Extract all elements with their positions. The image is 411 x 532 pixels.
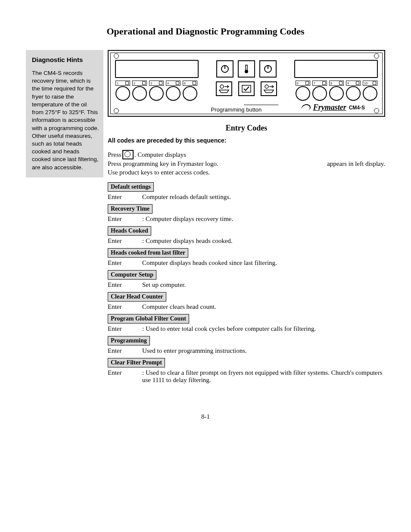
model-label: CM4-S [349,105,365,111]
sidebar-body: The CM4-S records recovery time, which i… [32,69,99,171]
code-section: Clear Head Counter EnterComputer clears … [108,292,385,313]
square-icon [193,81,196,85]
svg-rect-7 [242,85,251,92]
code-desc: : Computer displays heads cooked. [142,237,233,245]
button-row: 1 2 3 4 6 [115,81,378,101]
thermometer-icon [238,60,255,78]
product-button: 7 [312,81,327,101]
enter-label: Enter [108,281,125,289]
btn-num: 6 [184,82,186,85]
circle-button-icon [166,86,181,101]
power-icon [216,60,234,78]
intro-line3: Use product keys to enter access codes. [108,168,385,177]
square-icon [142,81,146,85]
code-desc: Computer reloads default settings. [142,193,231,201]
btn-num: 1 [117,82,118,85]
product-button: 3 [149,81,164,101]
code-heading: Recovery Time [108,204,153,214]
enter-label: Enter [108,193,125,201]
right-button-group: 6 7 8 9 10 [295,81,378,101]
btn-num: 3 [150,82,152,85]
code-desc: Set up computer. [142,281,186,289]
circle-button-icon [296,86,310,101]
logo-row: Frymaster CM4-S [301,103,365,112]
page-title: Operational and Diagnostic Programming C… [26,26,385,37]
square-icon [339,81,342,85]
btn-num: 2 [134,82,135,85]
circle-button-icon [183,86,197,101]
product-button: 8 [329,81,344,101]
square-icon [373,81,376,85]
circle-button-icon [363,86,377,101]
square-icon [159,81,162,85]
enter-label: Enter [108,303,125,311]
mid-icons [216,60,277,78]
page-number: 8-1 [26,413,385,420]
code-desc: Computer displays heads cooked since las… [142,259,277,267]
square-icon [322,81,326,85]
product-button: 9 [346,81,361,101]
circle-button-icon [312,86,327,101]
code-heading: Default settings [108,182,154,192]
code-heading: Clear Filter Prompt [108,358,165,367]
intro-text: . Computer displays [134,150,186,159]
circle-button-icon [115,86,130,101]
circle-button-icon [329,86,344,101]
btn-num: 8 [330,82,332,85]
product-button: 4 [165,81,181,101]
left-display [115,60,199,78]
code-desc: Used to enter programming instructions. [142,347,247,355]
enter-label: Enter [108,259,125,267]
intro-line1: Press . Computer displays [108,150,385,159]
product-button: 1 [115,81,131,101]
clock-basket-icon [261,81,277,96]
callout-line [244,105,278,105]
svg-rect-2 [246,65,247,70]
enter-label: Enter [108,369,125,384]
programming-button-label: Programming button [211,107,262,113]
code-heading: Program Global Filter Count [108,314,189,324]
power-icon [259,60,277,78]
product-button: 6 [182,81,198,101]
code-desc: : Computer displays recovery time. [142,215,233,223]
btn-num: 9 [347,82,349,85]
right-display [294,60,378,78]
sidebar: Diagnostic Hints The CM4-S records recov… [26,50,103,177]
btn-num: 4 [167,82,169,85]
code-section: Computer Setup EnterSet up computer. [108,270,385,291]
circle-button-icon [346,86,361,101]
square-icon [176,81,179,85]
code-desc: : Used to enter total cook cycles before… [142,325,316,333]
svg-point-3 [245,70,248,73]
code-desc: Computer clears head count. [142,303,216,311]
square-icon [125,81,129,85]
product-button: 2 [132,81,147,101]
display-row [115,60,378,78]
enter-label: Enter [108,237,125,245]
enter-label: Enter [108,325,125,333]
lead-text: All codes are preceded by this sequence: [108,137,385,144]
code-heading: Heads Cooked [108,226,151,236]
code-section: Default settings EnterComputer reloads d… [108,182,385,203]
btn-num: 6 [297,82,299,85]
power-button-icon [122,150,134,159]
circle-button-icon [132,86,147,101]
left-button-group: 1 2 3 4 6 [115,81,198,101]
main: 1 2 3 4 6 [103,50,385,387]
btn-num: 10 [364,82,367,85]
sidebar-heading: Diagnostic Hints [32,56,99,63]
mid-function-buttons [216,81,277,96]
code-section: Programming EnterUsed to enter programmi… [108,336,385,357]
code-heading: Computer Setup [108,270,156,280]
svg-point-6 [220,85,224,88]
svg-point-8 [265,85,268,88]
content-row: Diagnostic Hints The CM4-S records recov… [26,50,385,387]
intro-text: Press [108,150,121,159]
enter-label: Enter [108,347,125,355]
code-heading: Clear Head Counter [108,292,166,302]
intro-line2: Press programming key in Frymaster logo.… [108,159,385,168]
code-section: Clear Filter Prompt Enter: Used to clear… [108,358,385,386]
entry-codes-title: Entry Codes [108,124,385,133]
circle-button-icon [149,86,164,101]
brand-logo: Frymaster [313,103,346,112]
